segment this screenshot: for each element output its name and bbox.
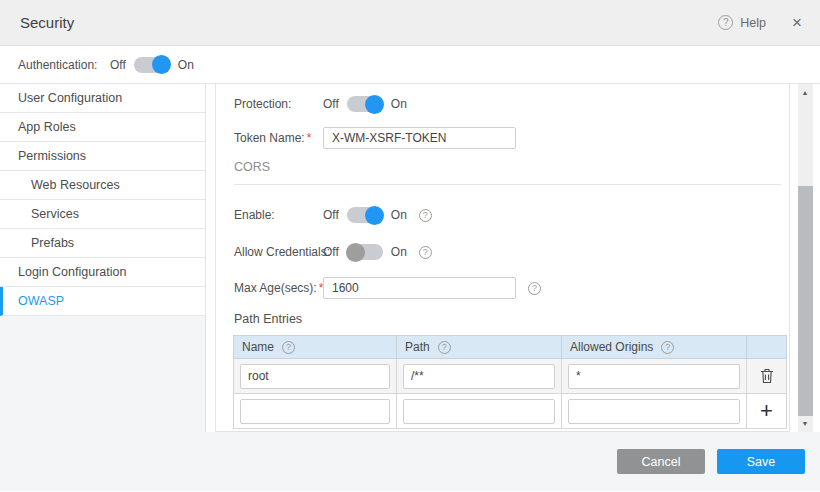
sidebar-item-label: Prefabs: [31, 236, 74, 250]
credentials-off-label: Off: [323, 245, 339, 259]
path-entry-name-input[interactable]: [240, 399, 390, 424]
cors-enable-row: Enable: Off On ?: [234, 203, 432, 227]
sidebar-item-label: Web Resources: [31, 178, 120, 192]
sidebar-item-services[interactable]: Services: [0, 200, 205, 229]
sidebar-item-label: App Roles: [18, 120, 76, 134]
scrollbar-track[interactable]: ▲ ▼: [798, 84, 813, 432]
column-label: Path: [405, 340, 430, 354]
scrollbar-column: ▲ ▼: [790, 84, 820, 432]
toggle-knob: [365, 95, 384, 114]
security-dialog: Security ? Help × Authentication: Off On…: [0, 0, 820, 492]
token-name-input[interactable]: [323, 127, 516, 149]
token-name-label: Token Name:*: [234, 131, 323, 145]
scroll-up-icon[interactable]: ▲: [798, 89, 813, 96]
cancel-button[interactable]: Cancel: [617, 449, 705, 474]
sidebar-item-label: User Configuration: [18, 91, 122, 105]
sidebar-item-login-configuration[interactable]: Login Configuration: [0, 258, 205, 287]
max-age-input[interactable]: [323, 277, 516, 299]
footer: Cancel Save: [0, 432, 820, 491]
close-icon[interactable]: ×: [792, 14, 802, 31]
allow-credentials-label: Allow Credentials:: [234, 245, 323, 259]
table-row: [234, 359, 787, 394]
sidebar-item-permissions[interactable]: Permissions: [0, 142, 205, 171]
save-button[interactable]: Save: [717, 449, 805, 474]
sidebar-item-app-roles[interactable]: App Roles: [0, 113, 205, 142]
protection-toggle[interactable]: [347, 96, 383, 112]
enable-on-label: On: [391, 208, 407, 222]
sidebar: User Configuration App Roles Permissions…: [0, 84, 206, 432]
column-label: Name: [242, 340, 274, 354]
allow-credentials-toggle[interactable]: [347, 244, 383, 260]
toggle-knob: [152, 55, 171, 74]
path-entries-table: Name? Path? Allowed Origins?: [233, 335, 787, 429]
max-age-label-text: Max Age(secs):: [234, 281, 317, 295]
sidebar-item-label: Login Configuration: [18, 265, 126, 279]
max-age-row: Max Age(secs):* ?: [234, 276, 541, 300]
authentication-label: Authentication:: [18, 58, 110, 72]
sidebar-item-label: Permissions: [18, 149, 86, 163]
sidebar-item-user-configuration[interactable]: User Configuration: [0, 84, 205, 113]
name-help-icon[interactable]: ?: [282, 341, 295, 354]
protection-on-label: On: [391, 97, 407, 111]
cors-divider: [234, 184, 781, 185]
authentication-bar: Authentication: Off On: [0, 46, 820, 84]
titlebar: Security ? Help ×: [0, 0, 820, 46]
column-header-allowed-origins: Allowed Origins?: [562, 336, 747, 359]
path-entry-path-input[interactable]: [403, 364, 555, 389]
table-header-row: Name? Path? Allowed Origins?: [234, 336, 787, 359]
required-asterisk: *: [307, 131, 312, 145]
enable-off-label: Off: [323, 208, 339, 222]
authentication-on-label: On: [178, 58, 194, 72]
sidebar-item-owasp[interactable]: OWASP: [0, 287, 205, 316]
path-entry-origins-input[interactable]: [568, 399, 740, 424]
column-label: Allowed Origins: [570, 340, 653, 354]
cors-enable-toggle[interactable]: [347, 207, 383, 223]
path-entry-origins-input[interactable]: [568, 364, 740, 389]
allow-credentials-row: Allow Credentials: Off On ?: [234, 240, 432, 264]
plus-icon: +: [760, 400, 773, 422]
delete-row-button[interactable]: [753, 359, 780, 393]
credentials-help-icon[interactable]: ?: [419, 246, 432, 259]
protection-row: Protection: Off On: [234, 92, 407, 116]
help-label: Help: [740, 16, 766, 30]
max-age-help-icon[interactable]: ?: [528, 282, 541, 295]
enable-help-icon[interactable]: ?: [419, 209, 432, 222]
path-entry-path-input[interactable]: [403, 399, 555, 424]
add-row-button[interactable]: +: [753, 394, 780, 428]
protection-label: Protection:: [234, 97, 323, 111]
help-button[interactable]: ? Help: [718, 15, 766, 30]
sidebar-item-label: OWASP: [18, 294, 64, 308]
credentials-on-label: On: [391, 245, 407, 259]
page-title: Security: [20, 14, 718, 31]
toggle-knob: [346, 243, 365, 262]
authentication-toggle[interactable]: [134, 57, 170, 73]
column-header-actions: [747, 336, 787, 359]
sidebar-item-prefabs[interactable]: Prefabs: [0, 229, 205, 258]
scroll-down-icon[interactable]: ▼: [798, 420, 813, 427]
trash-icon: [760, 368, 774, 384]
protection-off-label: Off: [323, 97, 339, 111]
path-help-icon[interactable]: ?: [438, 341, 451, 354]
toggle-knob: [365, 206, 384, 225]
path-entries-title: Path Entries: [234, 312, 302, 326]
cors-section-title: CORS: [234, 160, 270, 174]
column-header-name: Name?: [234, 336, 397, 359]
sidebar-content-gap: [206, 84, 215, 432]
owasp-settings-panel: Protection: Off On Token Name:* CORS Ena…: [215, 84, 790, 432]
sidebar-item-label: Services: [31, 207, 79, 221]
help-icon: ?: [718, 15, 733, 30]
body: User Configuration App Roles Permissions…: [0, 84, 820, 432]
enable-label: Enable:: [234, 208, 323, 222]
table-row: +: [234, 394, 787, 429]
token-name-label-text: Token Name:: [234, 131, 305, 145]
sidebar-item-web-resources[interactable]: Web Resources: [0, 171, 205, 200]
origins-help-icon[interactable]: ?: [661, 341, 674, 354]
scrollbar-thumb[interactable]: [798, 186, 813, 416]
column-header-path: Path?: [397, 336, 562, 359]
token-name-row: Token Name:*: [234, 126, 516, 150]
path-entry-name-input[interactable]: [240, 364, 390, 389]
max-age-label: Max Age(secs):*: [234, 281, 323, 295]
authentication-off-label: Off: [110, 58, 126, 72]
